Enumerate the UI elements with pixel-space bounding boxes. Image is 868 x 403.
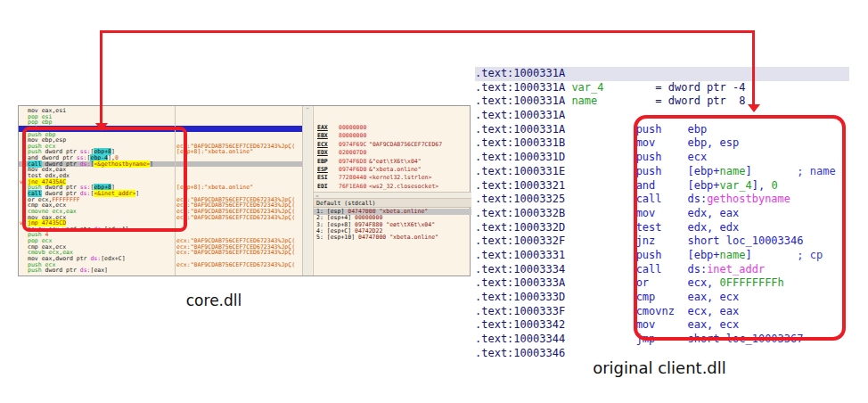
ida-address: .text:10003331: [475, 249, 565, 261]
ida-line[interactable]: .text:1000332B mov edx, eax: [475, 207, 849, 221]
register-annotation: "0AF9CDAB756CEF7CED67: [369, 141, 442, 148]
ida-address: .text:1000331A: [475, 67, 565, 79]
ida-address: .text:10003344: [475, 333, 565, 345]
register-value: 020007D0: [339, 149, 369, 157]
ida-line[interactable]: .text:10003325 call ds:gethostbyname: [475, 193, 849, 207]
ida-disassembly-pane: .text:1000331A.text:1000331A var_4 = dwo…: [475, 67, 849, 357]
register-annotation: &"xbeta.online": [369, 166, 422, 173]
disasm-row[interactable]: pop esi: [19, 114, 302, 120]
ida-line[interactable]: .text:1000333D cmp eax, ecx: [475, 291, 849, 305]
core-dll-caption: core.dll: [143, 292, 285, 309]
register-name: ESP: [317, 166, 339, 174]
ida-address: .text:1000332B: [475, 207, 565, 219]
ida-line[interactable]: .text:1000332F jnz short loc_10003346: [475, 234, 849, 249]
scroll-up-icon[interactable]: ^: [306, 106, 309, 112]
ida-line[interactable]: .text:1000331A var_4 = dword ptr -4: [475, 81, 849, 95]
ida-address: .text:1000331E: [475, 165, 565, 177]
ida-address: .text:1000331B: [475, 136, 565, 149]
register-row[interactable]: ESI77280440<kernel32.lstrlen>: [317, 174, 469, 182]
register-value: 77280440: [339, 174, 369, 182]
ida-address: .text:1000333D: [475, 291, 565, 303]
register-value: 0974F6D0: [339, 166, 369, 174]
ida-address: .text:1000332D: [475, 221, 565, 234]
register-name: EBP: [317, 158, 339, 166]
ida-line[interactable]: .text:1000331E push [ebp+name] ; name: [475, 165, 849, 179]
register-value: 0974F69C: [339, 141, 369, 149]
scroll-left-icon[interactable]: <: [315, 193, 319, 199]
register-name: EAX: [317, 124, 339, 132]
registers-panel: EAX00000000EBX80000000ECX0974F69C"0AF9CD…: [317, 124, 469, 191]
ida-line[interactable]: .text:1000331A name = dword ptr 8: [475, 95, 849, 109]
ida-line[interactable]: .text:10003321 and [ebp+var_4], 0: [475, 179, 849, 193]
ida-address: .text:10003346: [475, 347, 565, 357]
column-separator[interactable]: [175, 106, 176, 276]
ida-address: .text:1000331A: [475, 95, 565, 107]
ida-address: .text:10003325: [475, 193, 565, 205]
disasm-row[interactable]: movzx ecx,word ptr ds:[edx+A]: [19, 226, 302, 233]
stack-arguments-panel: 1: [esp] 04747000 "xbeta.online"2: [esp+…: [314, 209, 471, 241]
ida-line[interactable]: .text:1000331A: [475, 109, 849, 123]
register-name: EBX: [317, 132, 339, 140]
ida-address: .text:1000333F: [475, 305, 565, 317]
ida-line[interactable]: .text:10003344 jmp short loc_10003367: [475, 333, 849, 347]
stack-row[interactable]: 5: [esp+10] 04747000 "xbeta.online": [314, 234, 471, 241]
register-row[interactable]: ESP0974F6D0&"xbeta.online": [317, 166, 469, 174]
vertical-scrollbar[interactable]: ^: [302, 106, 312, 276]
ida-line[interactable]: .text:1000331B mov ebp, esp: [475, 136, 849, 151]
register-name: ESI: [317, 174, 339, 182]
disasm-row[interactable]: ret: [19, 126, 302, 132]
register-value: 0974F6D8: [339, 158, 369, 166]
stack-calling-convention-dropdown[interactable]: Default (stdcall): [314, 199, 471, 208]
ida-address: .text:10003342: [475, 318, 565, 331]
register-value: 80000000: [339, 132, 369, 140]
ida-address: .text:1000331A: [475, 123, 565, 136]
register-row[interactable]: ECX0974F69C"0AF9CDAB756CEF7CED67: [317, 141, 469, 149]
client-dll-caption: original client.dll: [544, 358, 775, 377]
ida-line[interactable]: .text:10003342 mov eax, ecx: [475, 318, 849, 333]
ida-address: .text:1000332F: [475, 234, 565, 247]
disasm-row[interactable]: push dword ptr ds:[eax]: [19, 267, 302, 274]
registers-stack-pane: EAX00000000EBX80000000ECX0974F69C"0AF9CD…: [313, 106, 471, 276]
ida-line[interactable]: .text:1000331A: [475, 67, 849, 81]
ida-address: .text:1000333A: [475, 276, 565, 289]
register-row[interactable]: EDI76F1EA60<ws2_32.closesocket>: [317, 183, 469, 191]
ida-address: .text:1000331A: [475, 109, 565, 121]
register-value: 76F1EA60: [339, 183, 369, 191]
horizontal-scrollbar[interactable]: <: [314, 192, 471, 199]
ida-address: .text:10003321: [475, 179, 565, 192]
ida-line[interactable]: .text:1000331A push ebp: [475, 123, 849, 137]
ida-line[interactable]: .text:10003331 push [ebp+name] ; cp: [475, 249, 849, 263]
ida-address: .text:1000331D: [475, 151, 565, 163]
disasm-row[interactable]: mov eax,esi: [19, 108, 302, 114]
comparison-figure: mov eax,esipop esipop ebpretpush ebpmov …: [0, 0, 868, 403]
register-annotation: &"eøt\tX6t\x04": [369, 158, 422, 165]
register-row[interactable]: EDX020007D0: [317, 149, 469, 157]
register-row[interactable]: EBX80000000: [317, 132, 469, 140]
ida-line[interactable]: .text:10003334 call ds:inet_addr: [475, 263, 849, 277]
ida-line[interactable]: .text:10003346: [475, 347, 849, 357]
ida-line[interactable]: .text:1000331D push ecx: [475, 151, 849, 165]
stack-value: 04747000 "xbeta.online": [358, 234, 438, 241]
disassembly-pane: mov eax,esipop esipop ebpretpush ebpmov …: [19, 108, 302, 274]
register-annotation: <ws2_32.closesocket>: [369, 183, 438, 190]
register-name: EDX: [317, 149, 339, 157]
register-annotation: <kernel32.lstrlen>: [369, 174, 431, 181]
ida-line[interactable]: .text:1000333F cmovnz ecx, eax: [475, 305, 849, 319]
debugger-window: mov eax,esipop esipop ebpretpush ebpmov …: [18, 105, 471, 276]
ida-address: .text:10003334: [475, 263, 565, 276]
stack-offset: 5: [esp+10]: [316, 234, 358, 241]
ida-address: .text:1000331A: [475, 81, 565, 94]
register-name: ECX: [317, 141, 339, 149]
connector-line: [101, 30, 755, 33]
register-name: EDI: [317, 183, 339, 191]
register-value: 00000000: [339, 124, 369, 132]
ida-line[interactable]: .text:1000332D test edx, edx: [475, 221, 849, 235]
ida-line[interactable]: .text:1000333A or ecx, 0FFFFFFFFh: [475, 276, 849, 291]
disasm-row[interactable]: pop ebp: [19, 119, 302, 126]
register-row[interactable]: EAX00000000: [317, 124, 469, 132]
register-row[interactable]: EBP0974F6D8&"eøt\tX6t\x04": [317, 158, 469, 166]
instruction: push dword ptr ds:[eax]: [28, 267, 108, 274]
